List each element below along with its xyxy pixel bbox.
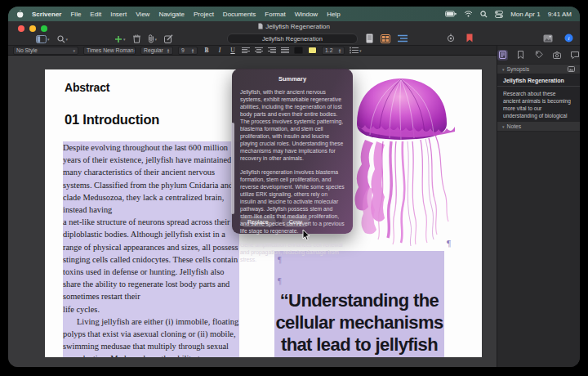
tab-notes-icon[interactable]	[497, 50, 508, 60]
document-view-button[interactable]	[366, 34, 373, 43]
menu-item-insert[interactable]: Insert	[110, 11, 127, 18]
copy-button[interactable]: Copy	[282, 217, 310, 227]
text-color-well[interactable]	[294, 47, 303, 54]
paragraph: Despite evolving throughout the last 600…	[63, 141, 239, 316]
toolbar: ▾ ▾ ▾ ▾	[8, 32, 580, 46]
battery-icon[interactable]	[445, 11, 457, 17]
line-spacing-stepper[interactable]: 1.2▲▼	[322, 47, 345, 55]
synopsis-title: Jellyfish Regeneration	[497, 74, 580, 87]
spotlight-search-icon[interactable]	[480, 11, 488, 18]
chevron-down-icon: ▾	[47, 37, 50, 42]
chevron-down-icon: ▾	[155, 37, 158, 42]
highlight-color-well[interactable]	[308, 47, 317, 54]
menu-item-documents[interactable]: Documents	[223, 11, 256, 18]
pilcrow-mark: ¶	[447, 238, 451, 248]
pilcrow-mark: ¶	[278, 276, 282, 285]
inspector-toggle-button[interactable]: i	[564, 34, 573, 43]
tab-snapshots-icon[interactable]	[551, 50, 562, 60]
pull-quote-block[interactable]: ¶ ¶ “Understanding the cellular mechanis…	[274, 251, 444, 357]
popup-paragraph: Jellyfish, with their ancient nervous sy…	[240, 88, 345, 162]
menubar-date[interactable]: Mon Apr 1	[510, 11, 540, 18]
chevron-down-icon: ▾	[123, 37, 126, 42]
notes-section-header[interactable]: ▾ Notes	[497, 121, 580, 132]
synopsis-image-icon[interactable]	[568, 66, 575, 72]
menu-item-navigate[interactable]: Navigate	[158, 11, 185, 18]
mouse-cursor	[302, 229, 311, 241]
bold-button[interactable]: B	[203, 47, 211, 55]
search-button[interactable]: ▾	[57, 35, 69, 43]
tab-bookmarks-icon[interactable]	[515, 50, 526, 60]
quick-reference-button[interactable]	[543, 34, 553, 43]
synopsis-section-header[interactable]: ▾ Synopsis	[497, 64, 580, 74]
font-family-select[interactable]: Times New Roman▲▼	[83, 47, 136, 55]
corkboard-view-button[interactable]	[381, 34, 390, 43]
menu-item-format[interactable]: Format	[265, 11, 285, 18]
summary-popup: Summary Jellyfish, with their ancient ne…	[232, 69, 353, 234]
menu-item-project[interactable]: Project	[194, 11, 214, 18]
underline-button[interactable]: U	[229, 47, 237, 55]
heading-abstract: Abstract	[65, 81, 109, 94]
popup-paragraph: Gene amplification enhances cell renewal…	[240, 241, 345, 263]
popup-title: Summary	[240, 75, 345, 83]
font-size-stepper[interactable]: 9▲▼	[178, 47, 198, 55]
desktop: Scrivener File Edit Insert View Navigate…	[8, 7, 580, 367]
format-bar: No Style▾ Times New Roman▲▼ Regular▲▼ 9▲…	[8, 46, 497, 56]
jellyfish-illustration	[344, 74, 463, 248]
paragraph: Living jellyfish are either (i) immobile…	[63, 316, 239, 357]
control-center-icon[interactable]	[495, 11, 503, 18]
menu-item-edit[interactable]: Edit	[90, 11, 101, 18]
synopsis-card[interactable]: Jellyfish Regeneration Research about th…	[497, 74, 580, 121]
body-text-column[interactable]: Despite evolving throughout the last 600…	[63, 141, 239, 357]
italic-button[interactable]: I	[216, 47, 224, 55]
inspector-panel: ▾ Synopsis Jellyfish Regeneration Resear…	[497, 46, 580, 367]
list-format-button[interactable]: ▾	[350, 47, 362, 54]
targets-button[interactable]	[447, 34, 455, 43]
menu-item-scrivener[interactable]: Scrivener	[32, 11, 61, 18]
align-left-button[interactable]	[242, 47, 250, 55]
align-center-button[interactable]	[255, 47, 263, 55]
chevron-down-icon: ▾	[502, 67, 505, 72]
document-icon	[258, 23, 263, 29]
wifi-icon[interactable]	[464, 11, 473, 17]
trash-button[interactable]	[133, 34, 140, 43]
replace-button[interactable]: Replace	[240, 217, 276, 227]
font-weight-select[interactable]: Regular▲▼	[140, 47, 173, 55]
window-header: Jellyfish Regeneration ▾ ▾ ▾ ▾	[8, 21, 580, 46]
bookmark-button[interactable]	[466, 34, 473, 43]
window-title: Jellyfish Regeneration	[8, 23, 580, 30]
project-search-field[interactable]	[227, 34, 358, 44]
popup-scrollbar[interactable]	[231, 123, 234, 214]
menu-item-file[interactable]: File	[70, 11, 81, 18]
svg-text:i: i	[568, 35, 570, 42]
chevron-down-icon: ▾	[502, 124, 505, 129]
inspector-tabs	[497, 48, 580, 61]
style-select[interactable]: No Style▾	[13, 47, 78, 55]
pull-quote-text: “Understanding the cellular mechanisms t…	[274, 289, 444, 356]
heading-introduction: 01 Introduction	[65, 112, 159, 128]
tab-comments-icon[interactable]	[569, 50, 580, 60]
compose-button[interactable]	[164, 34, 173, 43]
menu-item-view[interactable]: View	[136, 11, 149, 18]
align-right-button[interactable]	[268, 47, 276, 55]
menu-item-help[interactable]: Help	[327, 11, 340, 18]
attachment-button[interactable]: ▾	[148, 34, 158, 43]
chevron-down-icon: ▾	[66, 37, 69, 42]
apple-menu-icon[interactable]	[16, 10, 24, 18]
outline-view-button[interactable]	[398, 34, 408, 43]
add-item-button[interactable]: ▾	[114, 35, 126, 43]
menu-bar: Scrivener File Edit Insert View Navigate…	[8, 7, 580, 21]
align-justify-button[interactable]	[281, 47, 289, 55]
menu-item-window[interactable]: Window	[295, 11, 318, 18]
tab-metadata-icon[interactable]	[533, 50, 544, 60]
binder-toggle-button[interactable]: ▾	[36, 35, 50, 43]
menubar-time[interactable]: 9:41 AM	[548, 11, 572, 18]
